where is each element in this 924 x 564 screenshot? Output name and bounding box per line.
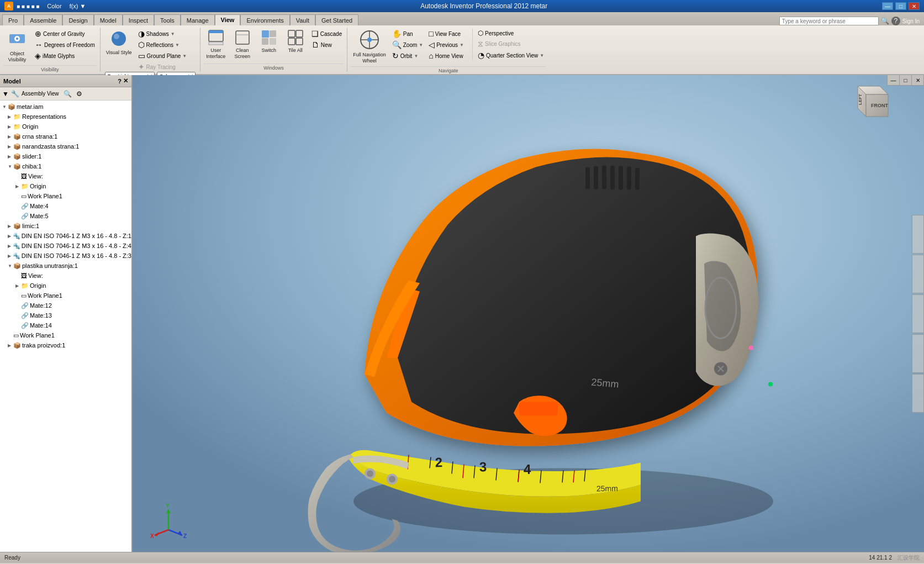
- slice-graphics-button[interactable]: ⧖ Slice Graphics: [476, 39, 546, 49]
- quarter-section-label: Quarter Section View: [486, 52, 538, 59]
- tile-all-button[interactable]: Tile All: [283, 29, 308, 55]
- tab-pro[interactable]: Pro: [2, 14, 24, 25]
- ray-tracing-button[interactable]: ✦ Ray Tracing: [136, 62, 189, 72]
- expand-arrow-narandzasta: ▶: [8, 144, 13, 149]
- tree-item-workplane2a[interactable]: ▭ Work Plane1: [0, 291, 131, 301]
- panel-close-icon[interactable]: ✕: [123, 77, 128, 85]
- zoom-button[interactable]: 🔍 Zoom ▼: [390, 40, 425, 50]
- tree-item-din1[interactable]: ▶ 🔩 DIN EN ISO 7046-1 Z M3 x 16 - 4.8 - …: [0, 231, 131, 241]
- expand-arrow-din1: ▶: [8, 234, 13, 239]
- filter-icon[interactable]: ▼: [2, 90, 9, 98]
- tab-view[interactable]: View: [215, 14, 241, 25]
- tree-item-workplane1a[interactable]: ▭ Work Plane1: [0, 191, 131, 201]
- viewport-maximize[interactable]: □: [900, 75, 912, 85]
- nav-tab-3[interactable]: [912, 294, 924, 333]
- orbit-button[interactable]: ↻ Orbit ▼: [390, 51, 425, 61]
- tree-item-chiba[interactable]: ▼ 📦 chiba:1: [0, 161, 131, 171]
- home-view-button[interactable]: ⌂ Home View: [427, 51, 466, 61]
- viewport[interactable]: 2 3 4 25mm 25mm: [133, 75, 924, 552]
- svg-point-52: [367, 471, 373, 477]
- imate-glyphs-button[interactable]: ◈ iMate Glyphs: [33, 51, 97, 61]
- metar-label: metar.iam: [17, 103, 43, 110]
- view-cube[interactable]: FRONT LEFT: [847, 81, 891, 125]
- tree-item-origin[interactable]: ▶ 📁 Origin: [0, 122, 131, 131]
- tab-environments[interactable]: Environments: [240, 14, 289, 25]
- svg-rect-12: [262, 38, 268, 45]
- tree-item-din3[interactable]: ▶ 🔩 DIN EN ISO 7046-1 Z M3 x 16 - 4.8 - …: [0, 251, 131, 261]
- user-interface-button[interactable]: UserInterface: [204, 29, 228, 61]
- title-controls[interactable]: — □ ✕: [882, 2, 920, 10]
- tree-item-limic[interactable]: ▶ 📦 limic:1: [0, 221, 131, 231]
- tab-assemble[interactable]: Assemble: [24, 14, 62, 25]
- object-visibility-button[interactable]: ObjectVisibility: [3, 29, 31, 64]
- tree-item-view1[interactable]: 🖼 View:: [0, 171, 131, 181]
- tab-tools[interactable]: Tools: [154, 14, 181, 25]
- help-icon[interactable]: ?: [891, 17, 900, 25]
- pan-button[interactable]: ✋ Pan: [390, 29, 425, 39]
- metar-icon: 📦: [8, 103, 15, 110]
- maximize-button[interactable]: □: [895, 2, 906, 10]
- reflections-button[interactable]: ⬡ Reflections ▼: [136, 40, 189, 50]
- expand-arrow-traka: ▶: [8, 343, 13, 348]
- search-input[interactable]: [779, 17, 879, 25]
- ribbon-group-appearance: Visual Style ◑ Shadows ▼ ⬡ Reflections ▼…: [101, 28, 200, 72]
- tree-item-metar[interactable]: ▼ 📦 metar.iam: [0, 102, 131, 112]
- tree-item-slider[interactable]: ▶ 📦 slider:1: [0, 151, 131, 161]
- panel-question-icon[interactable]: ?: [118, 78, 122, 85]
- tree-item-mate5[interactable]: 🔗 Mate:5: [0, 211, 131, 221]
- nav-tab-4[interactable]: [912, 334, 924, 373]
- tab-manage[interactable]: Manage: [181, 14, 215, 25]
- tab-design[interactable]: Design: [62, 14, 93, 25]
- previous-button[interactable]: ◁ Previous ▼: [427, 40, 466, 50]
- perspective-button[interactable]: ⬡ Perspective: [476, 29, 546, 38]
- tab-get-started[interactable]: Get Started: [315, 14, 358, 25]
- tree-item-mate4[interactable]: 🔗 Mate:4: [0, 201, 131, 211]
- visual-style-button[interactable]: Visual Style: [104, 29, 134, 57]
- degrees-freedom-button[interactable]: ↔ Degrees of Freedom: [33, 40, 97, 50]
- view-face-button[interactable]: □ View Face: [427, 29, 466, 39]
- tab-model[interactable]: Model: [94, 14, 123, 25]
- full-nav-wheel-button[interactable]: Full NavigationWheel: [351, 29, 388, 65]
- tree-item-din2[interactable]: ▶ 🔩 DIN EN ISO 7046-1 Z M3 x 16 - 4.8 - …: [0, 241, 131, 251]
- minimize-button[interactable]: —: [882, 2, 893, 10]
- center-gravity-button[interactable]: ⊕ Center of Gravity: [33, 29, 97, 39]
- tree-item-narandzasta[interactable]: ▶ 📦 narandzasta strana:1: [0, 141, 131, 151]
- cascade-button[interactable]: ❑ Cascade: [310, 29, 344, 39]
- tree-item-plastika[interactable]: ▼ 📦 plastika unutrasnja:1: [0, 261, 131, 271]
- tree-item-workplane3[interactable]: ▭ Work Plane1: [0, 330, 131, 340]
- tree-content[interactable]: ▼ 📦 metar.iam ▶ 📁 Representations ▶ 📁 Or…: [0, 101, 131, 552]
- pan-label: Pan: [403, 31, 413, 37]
- tree-item-representations[interactable]: ▶ 📁 Representations: [0, 112, 131, 122]
- settings-icon[interactable]: ⚙: [76, 90, 82, 98]
- crna-icon: 📦: [13, 133, 21, 140]
- tree-item-crna[interactable]: ▶ 📦 crna strana:1: [0, 131, 131, 141]
- close-button[interactable]: ✕: [909, 2, 920, 10]
- tab-vault[interactable]: Vault: [290, 14, 315, 25]
- quarter-section-button[interactable]: ◔ Quarter Section View ▼: [476, 50, 546, 60]
- tree-item-origin3[interactable]: ▶ 📁 Origin: [0, 281, 131, 291]
- new-window-button[interactable]: 🗋 New: [310, 40, 344, 50]
- ground-plane-button[interactable]: ▭ Ground Plane ▼: [136, 51, 189, 61]
- tree-item-traka[interactable]: ▶ 📦 traka proizvod:1: [0, 340, 131, 350]
- clean-screen-button[interactable]: CleanScreen: [230, 29, 255, 61]
- expand-arrow-chiba: ▼: [8, 164, 13, 169]
- tree-item-mate14[interactable]: 🔗 Mate:14: [0, 320, 131, 330]
- tree-item-mate12[interactable]: 🔗 Mate:12: [0, 301, 131, 310]
- viewport-close[interactable]: ✕: [912, 75, 924, 85]
- search-icon[interactable]: 🔍: [881, 17, 889, 25]
- svg-point-3: [112, 31, 126, 46]
- tree-item-view2[interactable]: 🖼 View:: [0, 271, 131, 281]
- axis-svg: Z Y X: [149, 502, 188, 541]
- nav-tab-5[interactable]: [912, 374, 924, 413]
- tab-inspect[interactable]: Inspect: [123, 14, 154, 25]
- sign-in[interactable]: Sign In: [902, 18, 920, 24]
- nav-tab-2[interactable]: [912, 255, 924, 293]
- origin-icon: 📁: [13, 123, 21, 130]
- tree-item-origin2[interactable]: ▶ 📁 Origin: [0, 181, 131, 191]
- switch-button[interactable]: Switch: [257, 29, 281, 55]
- tree-item-mate13[interactable]: 🔗 Mate:13: [0, 310, 131, 320]
- right-navigation: [912, 215, 924, 413]
- nav-tab-1[interactable]: [912, 215, 924, 254]
- search-tree-icon[interactable]: 🔍: [64, 90, 72, 98]
- shadows-button[interactable]: ◑ Shadows ▼: [136, 29, 189, 39]
